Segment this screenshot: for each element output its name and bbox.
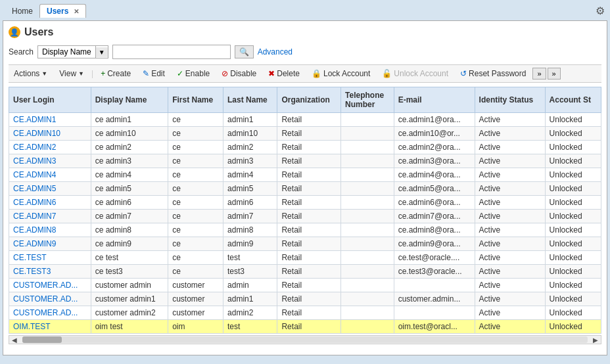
cell-display: ce admin10 xyxy=(91,127,168,141)
cell-login[interactable]: OIM.TEST xyxy=(9,320,91,334)
cell-org: Retail xyxy=(277,127,341,141)
user-login-link[interactable]: CE.ADMIN4 xyxy=(13,170,56,179)
tab-home[interactable]: Home xyxy=(5,5,39,18)
user-login-link[interactable]: CE.ADMIN5 xyxy=(13,184,56,193)
cell-display: oim test xyxy=(91,320,168,334)
delete-button[interactable]: ✖ Delete xyxy=(263,67,305,80)
search-input[interactable] xyxy=(112,45,231,59)
search-bar: Search Display Name ▼ 🔍 Advanced xyxy=(9,45,601,59)
cell-login[interactable]: CE.ADMIN3 xyxy=(9,154,91,168)
user-login-link[interactable]: CE.ADMIN9 xyxy=(13,239,56,248)
edit-button[interactable]: ✎ Edit xyxy=(137,67,170,80)
user-login-link[interactable]: CE.ADMIN3 xyxy=(13,156,56,166)
cell-email: oim.test@oracl... xyxy=(394,320,475,334)
cell-login[interactable]: CE.TEST3 xyxy=(9,265,91,279)
table-row[interactable]: CE.ADMIN3ce admin3ceadmin3Retailce.admin… xyxy=(9,154,601,168)
cell-first: ce xyxy=(168,223,223,237)
user-login-link[interactable]: CE.ADMIN8 xyxy=(13,225,56,235)
cell-login[interactable]: CE.ADMIN5 xyxy=(9,182,91,196)
cell-email: ce.admin2@ora... xyxy=(394,141,475,154)
user-login-link[interactable]: CUSTOMER.AD... xyxy=(13,308,78,317)
table-row[interactable]: CE.TEST3ce test3cetest3Retailce.test3@or… xyxy=(9,265,601,279)
table-row[interactable]: CE.ADMIN2ce admin2ceadmin2Retailce.admin… xyxy=(9,141,601,154)
cell-login[interactable]: CE.ADMIN10 xyxy=(9,127,91,141)
user-login-link[interactable]: CE.TEST3 xyxy=(13,267,51,276)
app-settings-icon[interactable]: ⚙ xyxy=(596,5,605,17)
cell-status: Active xyxy=(475,196,545,210)
cell-last: admin2 xyxy=(223,306,277,320)
table-row[interactable]: OIM.TESToim testoimtestRetailoim.test@or… xyxy=(9,320,601,334)
cell-display: ce admin8 xyxy=(91,223,168,237)
user-login-link[interactable]: CUSTOMER.AD... xyxy=(13,294,78,304)
scroll-right-icon[interactable]: ▶ xyxy=(590,336,601,344)
cell-first: ce xyxy=(168,210,223,223)
cell-email xyxy=(394,306,475,320)
cell-login[interactable]: CE.ADMIN4 xyxy=(9,168,91,182)
table-row[interactable]: CE.TESTce testcetestRetailce.test@oracle… xyxy=(9,251,601,265)
actions-button[interactable]: Actions ▼ xyxy=(9,67,53,80)
table-row[interactable]: CUSTOMER.AD...customer admin2customeradm… xyxy=(9,306,601,320)
cell-last: admin10 xyxy=(223,127,277,141)
disable-button[interactable]: ⊘ Disable xyxy=(216,67,262,80)
horizontal-scrollbar[interactable]: ◀ ▶ xyxy=(9,335,601,344)
toolbar-more-button[interactable]: » xyxy=(532,68,546,80)
cell-login[interactable]: CE.ADMIN6 xyxy=(9,196,91,210)
cell-login[interactable]: CE.ADMIN9 xyxy=(9,237,91,251)
cell-org: Retail xyxy=(277,141,341,154)
search-button[interactable]: 🔍 xyxy=(235,45,254,58)
cell-last: admin9 xyxy=(223,237,277,251)
user-login-link[interactable]: CE.ADMIN6 xyxy=(13,198,56,207)
lock-account-button[interactable]: 🔒 Lock Account xyxy=(306,67,375,80)
cell-login[interactable]: CE.TEST xyxy=(9,251,91,265)
cell-login[interactable]: CE.ADMIN7 xyxy=(9,210,91,223)
scroll-left-icon[interactable]: ◀ xyxy=(9,336,20,344)
table-row[interactable]: CUSTOMER.AD...customer admincustomeradmi… xyxy=(9,279,601,292)
user-login-link[interactable]: CE.ADMIN1 xyxy=(13,115,56,124)
cell-email: ce.admin1@ora... xyxy=(394,113,475,127)
tab-users[interactable]: Users ✕ xyxy=(39,4,86,18)
view-button[interactable]: View ▼ xyxy=(54,67,89,80)
create-button[interactable]: + Create xyxy=(95,67,136,80)
separator-1: | xyxy=(91,69,93,78)
cell-email: ce.admin8@ora... xyxy=(394,223,475,237)
scroll-thumb[interactable] xyxy=(22,336,62,343)
cell-login[interactable]: CE.ADMIN2 xyxy=(9,141,91,154)
advanced-search-link[interactable]: Advanced xyxy=(258,47,293,57)
close-tab-icon[interactable]: ✕ xyxy=(74,8,79,15)
cell-account: Unlocked xyxy=(545,292,601,306)
cell-login[interactable]: CUSTOMER.AD... xyxy=(9,306,91,320)
unlock-account-button[interactable]: 🔓 Unlock Account xyxy=(377,67,454,80)
toolbar-more2-button[interactable]: » xyxy=(548,68,561,80)
user-login-link[interactable]: CE.TEST xyxy=(13,253,47,262)
cell-login[interactable]: CUSTOMER.AD... xyxy=(9,279,91,292)
dropdown-arrow-icon[interactable]: ▼ xyxy=(96,47,108,57)
user-login-link[interactable]: CUSTOMER.AD... xyxy=(13,281,78,290)
cell-login[interactable]: CE.ADMIN8 xyxy=(9,223,91,237)
cell-display: ce test xyxy=(91,251,168,265)
reset-icon: ↺ xyxy=(460,69,467,78)
table-row[interactable]: CE.ADMIN8ce admin8ceadmin8Retailce.admin… xyxy=(9,223,601,237)
user-login-link[interactable]: OIM.TEST xyxy=(13,322,51,331)
cell-last: admin4 xyxy=(223,168,277,182)
cell-email: ce.admin3@ora... xyxy=(394,154,475,168)
table-row[interactable]: CE.ADMIN9ce admin9ceadmin9Retailce.admin… xyxy=(9,237,601,251)
table-row[interactable]: CE.ADMIN7ce admin7ceadmin7Retailce.admin… xyxy=(9,210,601,223)
reset-password-button[interactable]: ↺ Reset Password xyxy=(455,67,531,80)
cell-login[interactable]: CE.ADMIN1 xyxy=(9,113,91,127)
cell-login[interactable]: CUSTOMER.AD... xyxy=(9,292,91,306)
col-header-status: Identity Status xyxy=(475,87,545,113)
user-login-link[interactable]: CE.ADMIN2 xyxy=(13,143,56,152)
cell-account: Unlocked xyxy=(545,320,601,334)
user-login-link[interactable]: CE.ADMIN7 xyxy=(13,212,56,221)
search-dropdown[interactable]: Display Name ▼ xyxy=(37,45,108,58)
user-login-link[interactable]: CE.ADMIN10 xyxy=(13,129,60,138)
table-row[interactable]: CE.ADMIN6ce admin6ceadmin6Retailce.admin… xyxy=(9,196,601,210)
table-row[interactable]: CE.ADMIN1ce admin1ceadmin1Retailce.admin… xyxy=(9,113,601,127)
table-row[interactable]: CE.ADMIN10ce admin10ceadmin10Retailce.ad… xyxy=(9,127,601,141)
cell-org: Retail xyxy=(277,113,341,127)
table-row[interactable]: CE.ADMIN4ce admin4ceadmin4Retailce.admin… xyxy=(9,168,601,182)
main-panel: 👤 Users Search Display Name ▼ 🔍 Advanced… xyxy=(3,20,607,355)
table-row[interactable]: CUSTOMER.AD...customer admin1customeradm… xyxy=(9,292,601,306)
enable-button[interactable]: ✓ Enable xyxy=(172,67,215,80)
table-row[interactable]: CE.ADMIN5ce admin5ceadmin5Retailce.admin… xyxy=(9,182,601,196)
